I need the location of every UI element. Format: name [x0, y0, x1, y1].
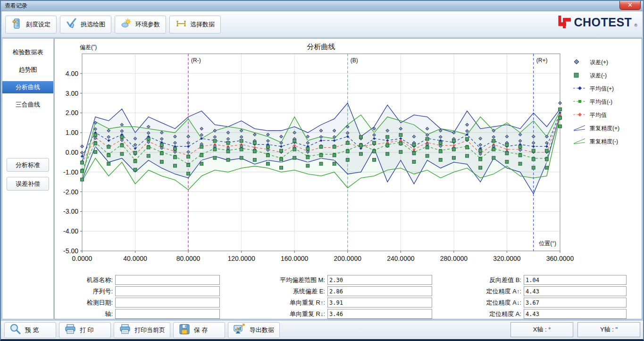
machine-info-input-4[interactable] — [115, 309, 220, 319]
svg-text:分析曲线: 分析曲线 — [307, 42, 335, 50]
svg-text:-4.00: -4.00 — [63, 227, 78, 235]
stat-right-label: 定位精度 A↑: — [461, 287, 524, 296]
stat-mid-row: 平均偏差范围 M: — [267, 275, 432, 285]
stat-mid-label: 单向重复 R↓: — [267, 310, 327, 318]
bottom-button-label: 打印当前页 — [134, 326, 165, 334]
machine-info-label: 轴: — [72, 310, 115, 318]
sidebar-item-3[interactable]: 分析曲线 — [2, 81, 53, 93]
svg-text:120.0000: 120.0000 — [227, 255, 255, 262]
bottom-button-3[interactable]: 打印当前页 — [114, 322, 170, 338]
stat-right-label: 定位精度 A: — [461, 310, 524, 318]
stat-mid-input-2[interactable] — [327, 286, 432, 296]
bottom-button-1[interactable]: 预 览 — [4, 322, 56, 338]
stat-right-input-1[interactable] — [524, 275, 627, 285]
stat-right-input-4[interactable] — [524, 309, 627, 319]
legend-label: 重复精度(-) — [590, 138, 618, 146]
machine-info-label: 序列号: — [72, 287, 115, 296]
svg-text:4.00: 4.00 — [66, 70, 78, 77]
legend-item-4[interactable]: 平均值(-) — [573, 95, 633, 108]
machine-info-row: 机器名称: — [72, 275, 220, 285]
environment-icon — [121, 18, 132, 31]
bottom-button-label: 导出数据 — [250, 326, 274, 334]
machine-info-input-3[interactable] — [115, 298, 220, 308]
toolbar-button-2[interactable]: 挑选绘图 — [60, 16, 111, 33]
sidebar-button-1[interactable]: 分析标准 — [7, 158, 49, 172]
toolbar-button-3[interactable]: 环境参数 — [115, 16, 166, 33]
svg-text:-1.00: -1.00 — [63, 168, 78, 176]
sidebar-button-2[interactable]: 误差补偿 — [7, 177, 49, 191]
stat-mid-input-4[interactable] — [327, 309, 432, 319]
window-title: 查看记录 — [5, 2, 27, 10]
main-panel: 4.003.002.001.000.00-1.00-2.00-3.00-4.00… — [54, 38, 642, 319]
svg-text:240.0000: 240.0000 — [387, 255, 415, 262]
stat-mid-input-3[interactable] — [327, 298, 432, 308]
sidebar-item-1[interactable]: 检验数据表 — [2, 46, 53, 58]
svg-text:320.0000: 320.0000 — [493, 255, 521, 262]
legend-item-1[interactable]: 误差(+) — [573, 56, 633, 69]
sidebar-item-2[interactable]: 趋势图 — [2, 64, 53, 76]
legend-symbol-7 — [573, 137, 587, 146]
machine-info-input-1[interactable] — [115, 275, 220, 285]
stat-mid-input-1[interactable] — [327, 275, 432, 285]
analysis-curve-chart[interactable]: 4.003.002.001.000.00-1.00-2.00-3.00-4.00… — [55, 39, 644, 274]
svg-text:360.0000: 360.0000 — [546, 255, 574, 262]
bottom-button-5[interactable]: 导出数据 — [228, 322, 280, 338]
sidebar: 检验数据表趋势图分析曲线三合曲线分析标准误差补偿 — [2, 38, 54, 319]
svg-text:位置(°): 位置(°) — [539, 240, 556, 247]
stat-right-input-2[interactable] — [524, 286, 627, 296]
svg-text:-2.00: -2.00 — [63, 188, 78, 196]
legend-symbol-4 — [573, 98, 587, 107]
stat-mid-label: 平均偏差范围 M: — [267, 276, 327, 284]
legend-item-5[interactable]: 平均值 — [573, 108, 633, 122]
svg-text:200.0000: 200.0000 — [334, 255, 362, 262]
app-window: 查看记录 ✕ 刻度设定挑选绘图环境参数选择数据 CHOTEST ® 检验数据表趋… — [0, 0, 644, 341]
machine-info-row: 检测日期: — [72, 298, 220, 308]
legend-item-6[interactable]: 重复精度(+) — [573, 122, 633, 135]
stat-mid-row: 单向重复 R↑: — [267, 298, 432, 308]
svg-text:3.00: 3.00 — [66, 90, 78, 97]
stat-mid-row: 单向重复 R↓: — [267, 309, 432, 319]
machine-info-input-2[interactable] — [115, 286, 220, 296]
axis-unit-button-1[interactable]: X轴 : ° — [510, 322, 573, 337]
svg-text:2.00: 2.00 — [66, 109, 78, 116]
legend-item-2[interactable]: 误差(-) — [573, 69, 633, 82]
svg-text:0.0000: 0.0000 — [72, 255, 92, 262]
machine-info-row: 轴: — [72, 309, 220, 319]
legend-label: 平均值(-) — [590, 98, 612, 106]
bottom-button-4[interactable]: 保 存 — [173, 322, 225, 338]
title-bar: 查看记录 ✕ — [1, 1, 643, 11]
ruler-icon — [11, 18, 23, 31]
svg-text:(R+): (R+) — [536, 57, 548, 64]
stat-right-label: 反向差值 B: — [461, 276, 524, 284]
machine-info-form: 机器名称:序列号:检测日期:轴: — [72, 275, 220, 320]
stat-right-row: 反向差值 B: — [461, 275, 627, 285]
axis-unit-button-2[interactable]: Y轴 : " — [577, 322, 640, 337]
stat-mid-row: 系统偏差 E: — [267, 286, 432, 296]
svg-text:280.0000: 280.0000 — [440, 255, 468, 262]
toolbar-button-label: 选择数据 — [190, 20, 215, 29]
bottom-button-2[interactable]: 打 印 — [59, 322, 111, 338]
legend-label: 误差(+) — [590, 58, 608, 67]
stat-mid-label: 系统偏差 E: — [267, 287, 327, 296]
close-button[interactable]: ✕ — [619, 1, 641, 10]
print-icon — [119, 323, 131, 337]
stat-right-row: 定位精度 A↑: — [461, 286, 627, 296]
brand-name: CHOTEST — [574, 16, 632, 29]
machine-info-label: 机器名称: — [72, 276, 115, 284]
stat-right-input-3[interactable] — [524, 298, 627, 308]
stat-right-row: 定位精度 A↓: — [461, 298, 627, 308]
legend-item-7[interactable]: 重复精度(-) — [573, 135, 633, 148]
toolbar-button-label: 环境参数 — [135, 20, 160, 29]
legend-symbol-2 — [573, 71, 587, 80]
stat-mid-label: 单向重复 R↑: — [267, 299, 327, 307]
sidebar-item-4[interactable]: 三合曲线 — [2, 99, 53, 111]
svg-text:(B): (B) — [351, 57, 358, 64]
legend-symbol-3 — [573, 84, 587, 93]
toolbar-button-4[interactable]: 选择数据 — [169, 16, 221, 33]
machine-info-row: 序列号: — [72, 286, 220, 296]
toolbar-button-1[interactable]: 刻度设定 — [5, 16, 57, 33]
legend-symbol-1 — [573, 58, 587, 67]
svg-text:偏差("): 偏差(") — [80, 44, 97, 50]
legend-symbol-5 — [573, 111, 587, 120]
legend-item-3[interactable]: 平均值(+) — [573, 82, 633, 95]
